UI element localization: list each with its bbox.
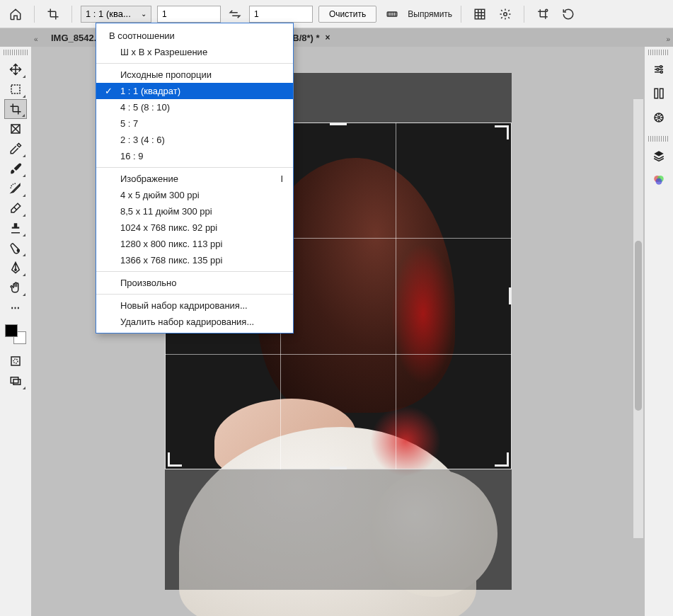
content-aware-crop-icon[interactable] bbox=[533, 4, 553, 24]
scrollbar-thumb[interactable] bbox=[635, 241, 642, 411]
dropdown-item[interactable]: Новый набор кадрирования... bbox=[96, 297, 293, 314]
channels-panel-icon[interactable] bbox=[648, 170, 669, 190]
straighten-icon[interactable] bbox=[382, 4, 402, 24]
reset-crop-icon[interactable] bbox=[558, 4, 578, 24]
eyedropper-tool[interactable] bbox=[4, 139, 27, 159]
quick-mask-tool[interactable] bbox=[4, 351, 27, 371]
dropdown-item[interactable]: 4 x 5 дюйм 300 ppi bbox=[96, 187, 293, 203]
vertical-scrollbar[interactable] bbox=[633, 99, 643, 538]
dropdown-item[interactable]: В соотношении bbox=[96, 26, 293, 44]
svg-point-9 bbox=[13, 359, 18, 363]
svg-rect-8 bbox=[11, 357, 20, 365]
panel-grip[interactable] bbox=[4, 50, 28, 55]
stamp-tool[interactable] bbox=[4, 218, 27, 238]
dropdown-item[interactable]: Изображение I bbox=[96, 171, 293, 187]
chevron-down-icon: ⌄ bbox=[141, 10, 146, 18]
svg-rect-1 bbox=[475, 9, 485, 19]
crop-height-input[interactable] bbox=[249, 6, 313, 23]
screen-mode-tool[interactable] bbox=[4, 371, 27, 391]
crop-handle-top[interactable] bbox=[330, 122, 347, 125]
svg-point-3 bbox=[546, 9, 548, 11]
crop-dim-overlay bbox=[165, 469, 512, 590]
color-swatches[interactable] bbox=[5, 324, 26, 344]
crop-handle-right[interactable] bbox=[509, 287, 512, 304]
svg-rect-11 bbox=[13, 380, 21, 385]
gear-icon[interactable] bbox=[495, 4, 515, 24]
svg-point-6 bbox=[17, 249, 19, 251]
dropdown-item[interactable]: 5 : 7 bbox=[96, 115, 293, 132]
dropdown-item[interactable]: 2 : 3 (4 : 6) bbox=[96, 132, 293, 148]
svg-rect-15 bbox=[655, 89, 658, 98]
dropdown-item[interactable]: 1366 x 768 пикс. 135 ppi bbox=[96, 252, 293, 268]
history-brush-tool[interactable] bbox=[4, 178, 27, 198]
collapse-right-icon[interactable]: » bbox=[666, 35, 670, 43]
pen-tool[interactable] bbox=[4, 258, 27, 278]
crop-handle-bl[interactable] bbox=[168, 452, 182, 467]
tools-panel: ⋯ bbox=[0, 47, 31, 391]
libraries-panel-icon[interactable] bbox=[648, 84, 669, 103]
svg-point-13 bbox=[657, 69, 659, 71]
dropdown-item[interactable]: 16 : 9 bbox=[96, 148, 293, 164]
close-icon[interactable]: × bbox=[326, 33, 330, 42]
foreground-color-swatch[interactable] bbox=[5, 324, 18, 337]
gradient-tool[interactable] bbox=[4, 238, 27, 258]
crop-tool[interactable] bbox=[4, 99, 27, 119]
aspect-ratio-dropdown: В соотношении Ш x В x Разрешение Исходны… bbox=[96, 23, 294, 333]
svg-point-21 bbox=[656, 178, 662, 185]
overlay-grid-icon[interactable] bbox=[470, 4, 490, 24]
brush-tool[interactable] bbox=[4, 159, 27, 178]
svg-point-2 bbox=[504, 12, 507, 16]
dropdown-item[interactable]: 4 : 5 (8 : 10) bbox=[96, 99, 293, 115]
crop-handle-bottom[interactable] bbox=[330, 467, 347, 469]
move-tool[interactable] bbox=[4, 59, 27, 79]
svg-point-7 bbox=[15, 269, 16, 270]
wheel-panel-icon[interactable] bbox=[648, 108, 669, 127]
right-panel-dock bbox=[645, 47, 673, 190]
frame-tool[interactable] bbox=[4, 119, 27, 139]
dropdown-item[interactable]: Исходные пропорции bbox=[96, 67, 293, 83]
aspect-ratio-value: 1 : 1 (ква... bbox=[86, 8, 131, 19]
dropdown-item[interactable]: Удалить набор кадрирования... bbox=[96, 314, 293, 330]
adjustments-panel-icon[interactable] bbox=[648, 59, 669, 79]
collapse-left-icon[interactable]: « bbox=[34, 35, 38, 43]
crop-width-input[interactable] bbox=[157, 6, 221, 23]
svg-point-18 bbox=[658, 117, 660, 119]
home-icon[interactable] bbox=[6, 4, 25, 24]
dropdown-item[interactable]: 8,5 x 11 дюйм 300 ppi bbox=[96, 203, 293, 219]
keyboard-shortcut: I bbox=[280, 173, 283, 184]
crop-handle-tr[interactable] bbox=[495, 125, 509, 139]
straighten-label: Выпрямить bbox=[408, 9, 452, 19]
marquee-tool[interactable] bbox=[4, 79, 27, 99]
dropdown-item[interactable]: 1280 x 800 пикс. 113 ppi bbox=[96, 236, 293, 252]
dropdown-item[interactable]: Ш x В x Разрешение bbox=[96, 44, 293, 60]
hand-tool[interactable] bbox=[4, 278, 27, 297]
svg-rect-10 bbox=[11, 377, 18, 383]
svg-rect-4 bbox=[11, 85, 20, 93]
swap-dimensions-icon[interactable] bbox=[226, 6, 243, 23]
clear-button[interactable]: Очистить bbox=[318, 6, 376, 23]
svg-point-12 bbox=[660, 66, 662, 68]
aspect-ratio-select[interactable]: 1 : 1 (ква... ⌄ bbox=[81, 6, 151, 23]
crop-handle-br[interactable] bbox=[495, 452, 509, 467]
crop-tool-icon[interactable] bbox=[43, 4, 63, 24]
edit-toolbar[interactable]: ⋯ bbox=[4, 297, 27, 317]
panel-grip[interactable] bbox=[648, 136, 669, 142]
dropdown-item[interactable]: Произвольно bbox=[96, 275, 293, 291]
svg-rect-16 bbox=[660, 89, 664, 98]
dropdown-item[interactable]: 1024 x 768 пикс. 92 ppi bbox=[96, 219, 293, 236]
eraser-tool[interactable] bbox=[4, 198, 27, 218]
dropdown-item-selected[interactable]: 1 : 1 (квадрат) bbox=[96, 83, 293, 99]
panel-grip[interactable] bbox=[648, 50, 669, 55]
svg-point-14 bbox=[660, 71, 662, 73]
layers-panel-icon[interactable] bbox=[648, 146, 669, 166]
